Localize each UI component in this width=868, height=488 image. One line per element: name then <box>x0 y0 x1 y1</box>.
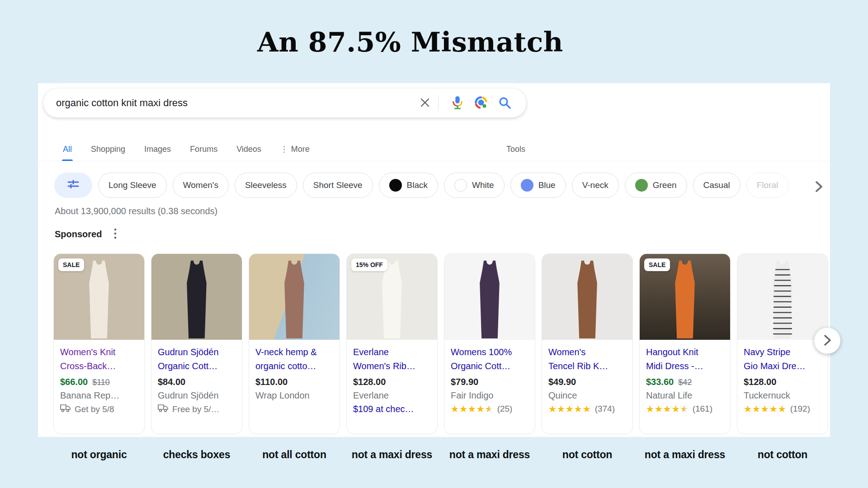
product-card[interactable]: V-neck hemp & organic cotto… $110.00 Wra… <box>249 253 340 434</box>
dress-shape <box>577 261 597 338</box>
clear-search-button[interactable] <box>419 97 431 110</box>
tab[interactable]: Images <box>143 145 172 161</box>
filter-chip[interactable]: Floral <box>746 173 789 198</box>
chip-label: Blue <box>538 180 556 190</box>
product-image[interactable] <box>737 254 828 340</box>
price-row: $66.00 $110 <box>60 377 138 387</box>
product-card[interactable]: Womens 100% Organic Cott… $79.90 Fair In… <box>444 253 535 434</box>
dress-illustration <box>444 254 535 340</box>
carousel-next-button[interactable] <box>814 328 840 354</box>
price: $110.00 <box>255 377 288 387</box>
color-swatch <box>521 179 533 192</box>
product-title-link[interactable]: V-neck hemp & organic cotto… <box>255 345 333 373</box>
product-title-link[interactable]: Hangout Knit Midi Dress -… <box>646 345 724 373</box>
chevron-right-icon <box>822 333 833 348</box>
rating-row: ★★★★★ ★★★★★ (25) <box>451 404 528 414</box>
filter-chip[interactable]: Women's <box>173 173 229 198</box>
search-bar[interactable]: organic cotton knit maxi dress <box>43 89 526 117</box>
merchant-name: Natural Life <box>646 390 724 401</box>
filter-chip[interactable]: Long Sleeve <box>98 173 167 198</box>
tab[interactable]: All <box>62 145 73 161</box>
product-title-link[interactable]: Women's Knit Cross-Back… <box>60 345 138 373</box>
voice-search-button[interactable] <box>451 96 464 111</box>
filter-chip[interactable]: Black <box>379 173 438 198</box>
search-submit-button[interactable] <box>498 96 511 111</box>
product-title-link[interactable]: Gudrun Sjödén Organic Cott… <box>158 345 236 373</box>
annotation-label: not organic <box>53 449 145 461</box>
dress-shape <box>675 261 695 338</box>
merchant-name: Wrap London <box>255 390 333 401</box>
product-image[interactable] <box>151 254 242 340</box>
annotation-label: not all cotton <box>249 449 340 461</box>
chip-label: Women's <box>183 180 218 190</box>
filters-button[interactable] <box>54 173 92 198</box>
shipping-text: Get by 5/8 <box>75 404 114 414</box>
tab[interactable]: ⋮ More <box>279 145 311 161</box>
product-image[interactable] <box>444 254 535 340</box>
product-info: Navy Stripe Gio Maxi Dre… $128.00 Tucker… <box>737 340 828 414</box>
star-rating-icon: ★★★★★ ★★★★★ <box>646 404 689 413</box>
review-count: (374) <box>595 404 615 414</box>
product-card[interactable]: SALE Women's Knit Cross-Back… $66.00 $11… <box>53 253 145 434</box>
filter-chip[interactable]: Sleeveless <box>235 173 297 198</box>
delivery-truck-icon <box>158 404 169 414</box>
star-rating-icon: ★★★★★ ★★★★★ <box>451 404 494 413</box>
price-row: $84.00 <box>158 377 236 387</box>
product-title-link[interactable]: Women's Tencel Rib K… <box>548 345 626 373</box>
filter-chip[interactable]: Blue <box>510 173 566 198</box>
product-image[interactable]: SALE <box>54 254 144 340</box>
google-lens-button[interactable] <box>474 96 488 111</box>
sponsored-menu-button[interactable] <box>113 227 118 242</box>
chip-label: V-neck <box>582 180 609 190</box>
tab-label: Images <box>144 145 171 154</box>
chevron-right-icon <box>813 188 825 195</box>
tab-label: Shopping <box>91 145 125 154</box>
product-image[interactable] <box>249 254 340 340</box>
chips-scroll-right-button[interactable] <box>811 178 826 197</box>
chip-label: Green <box>653 180 677 190</box>
original-price: $110 <box>92 378 110 387</box>
product-info: Women's Tencel Rib K… $49.90 Quince <box>542 340 632 414</box>
product-title-link[interactable]: Womens 100% Organic Cott… <box>451 345 528 373</box>
product-card[interactable]: SALE Hangout Knit Midi Dress -… $33.60 $… <box>639 253 731 434</box>
tab[interactable]: Shopping <box>90 145 126 161</box>
product-image[interactable] <box>542 254 632 340</box>
tools-label: Tools <box>506 145 525 154</box>
filter-chip[interactable]: White <box>444 173 505 198</box>
price-row: $110.00 <box>255 377 333 387</box>
product-card[interactable]: Gudrun Sjödén Organic Cott… $84.00 Gudru… <box>151 253 242 434</box>
page-title: An 87.5% Mismatch <box>0 26 821 58</box>
product-info: V-neck hemp & organic cotto… $110.00 Wra… <box>249 340 340 401</box>
annotation-label: not a maxi dress <box>639 449 731 461</box>
filter-chip[interactable]: V-neck <box>572 173 619 198</box>
price-row: $128.00 <box>744 377 821 387</box>
filter-chip[interactable]: Green <box>625 173 687 198</box>
filter-chip[interactable]: Short Sleeve <box>303 173 373 198</box>
star-rating-icon: ★★★★★ ★★★★★ <box>548 404 591 413</box>
tools-button[interactable]: Tools <box>505 145 526 161</box>
dress-illustration <box>249 254 340 340</box>
price-row: $128.00 <box>353 377 431 387</box>
chip-label: Black <box>407 180 428 190</box>
price: $79.90 <box>451 377 478 387</box>
filter-chip[interactable]: Casual <box>693 173 741 198</box>
product-card[interactable]: Women's Tencel Rib K… $49.90 Quince <box>542 253 633 434</box>
search-input[interactable]: organic cotton knit maxi dress <box>56 97 419 109</box>
annotation-label: not a maxi dress <box>346 449 438 461</box>
checkout-price-link[interactable]: $109 at chec… <box>353 404 431 414</box>
results-stats: About 13,900,000 results (0.38 seconds) <box>55 206 217 216</box>
product-image[interactable]: SALE <box>640 254 730 340</box>
review-count: (192) <box>790 404 810 414</box>
product-card[interactable]: 15% OFF Everlane Women's Rib… $128.00 Ev… <box>346 253 438 434</box>
tab-label: All <box>63 145 72 154</box>
price-row: $79.90 <box>451 377 528 387</box>
merchant-name: Tuckernuck <box>744 390 821 401</box>
tab[interactable]: Forums <box>189 145 218 161</box>
three-dots-vertical-icon: ⋮ <box>280 145 288 154</box>
product-image[interactable]: 15% OFF <box>347 254 437 340</box>
review-count: (25) <box>497 404 513 414</box>
tab[interactable]: Videos <box>236 145 262 161</box>
product-title-link[interactable]: Everlane Women's Rib… <box>353 345 431 373</box>
product-title-link[interactable]: Navy Stripe Gio Maxi Dre… <box>744 345 821 373</box>
merchant-name: Banana Rep… <box>60 390 138 401</box>
